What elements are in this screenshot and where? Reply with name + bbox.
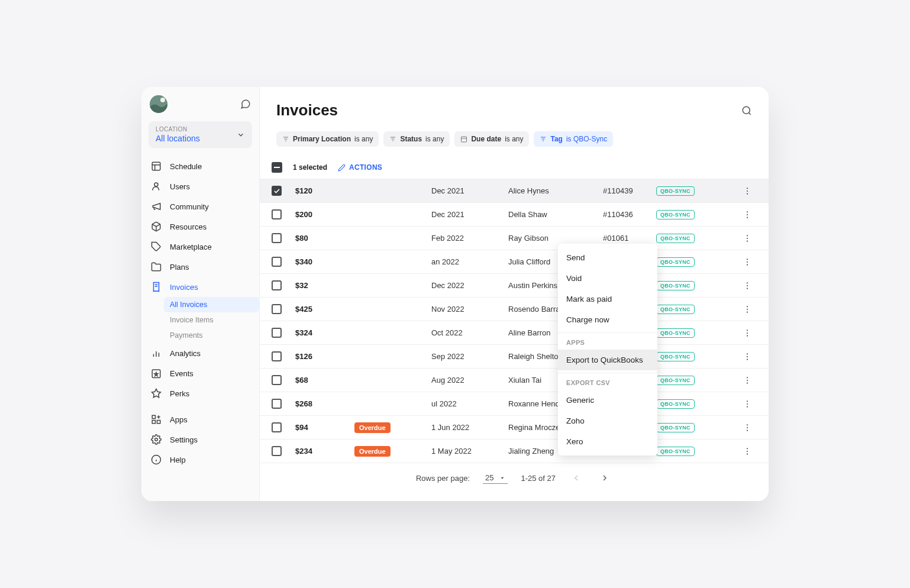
mass-checkbox[interactable]: [272, 162, 282, 173]
row-checkbox[interactable]: [272, 209, 282, 219]
nav-label: Apps: [170, 415, 188, 424]
table-row[interactable]: $80Feb 2022Ray Gibson#01061QBO-SYNC: [260, 227, 769, 250]
cell-tag: QBO-SYNC: [656, 257, 743, 267]
table-row[interactable]: $68Aug 2022Xiulan Tai#01055QBO-SYNC: [260, 369, 769, 392]
nav-analytics[interactable]: Analytics: [141, 343, 259, 363]
location-selector[interactable]: LOCATION All locations: [149, 121, 252, 148]
dd-export-xero[interactable]: Xero: [558, 431, 657, 452]
svg-marker-74: [501, 477, 504, 479]
row-checkbox[interactable]: [272, 446, 282, 456]
table-row[interactable]: $120Dec 2021Alice Hynes#110439QBO-SYNC: [260, 179, 769, 203]
row-menu-button[interactable]: [743, 376, 757, 385]
svg-point-57: [747, 332, 748, 333]
per-page-value: 25: [485, 473, 493, 482]
row-checkbox[interactable]: [272, 422, 282, 432]
filter-location[interactable]: Primary Location is any: [276, 131, 379, 147]
dd-export-zoho[interactable]: Zoho: [558, 411, 657, 431]
nav-label: Events: [170, 369, 193, 378]
row-menu-button[interactable]: [743, 447, 757, 456]
table-row[interactable]: $200Dec 2021Della Shaw#110436QBO-SYNC: [260, 203, 769, 227]
svg-point-61: [747, 358, 748, 360]
nav-label: Settings: [170, 435, 198, 444]
svg-point-64: [747, 382, 748, 383]
nav-settings[interactable]: Settings: [141, 429, 259, 450]
table-row[interactable]: $425Nov 2022Rosendo Barraza#01058QBO-SYN…: [260, 298, 769, 321]
info-icon: [151, 454, 162, 465]
svg-point-1: [160, 98, 165, 102]
row-checkbox[interactable]: [272, 399, 282, 409]
row-menu-button[interactable]: [743, 186, 757, 196]
filter-status[interactable]: Status is any: [383, 131, 450, 147]
table-row[interactable]: $340an 2022Julia Clifford#01060QBO-SYNC: [260, 250, 769, 274]
row-checkbox[interactable]: [272, 280, 282, 290]
svg-point-21: [155, 438, 158, 441]
pager-next[interactable]: [597, 470, 612, 486]
nav-users[interactable]: Users: [141, 176, 259, 196]
nav-invoices[interactable]: Invoices: [141, 277, 259, 297]
nav-apps[interactable]: Apps: [141, 409, 259, 429]
table-row[interactable]: $324Oct 2022Aline Barron#01057QBO-SYNC: [260, 321, 769, 345]
row-checkbox[interactable]: [272, 304, 282, 314]
row-checkbox[interactable]: [272, 375, 282, 385]
svg-point-43: [747, 217, 748, 218]
chat-icon[interactable]: [240, 99, 251, 109]
nav-schedule[interactable]: Schedule: [141, 156, 259, 176]
row-checkbox[interactable]: [272, 257, 282, 267]
row-menu-button[interactable]: [743, 399, 757, 409]
filter-tag[interactable]: Tag is QBO-Sync: [534, 131, 613, 147]
cell-tag: QBO-SYNC: [656, 351, 743, 361]
row-menu-button[interactable]: [743, 234, 757, 243]
table-row[interactable]: $94Overdue1 Jun 2022Regina Mroczek#01053…: [260, 416, 769, 440]
dd-void[interactable]: Void: [558, 268, 657, 289]
svg-point-52: [747, 287, 748, 289]
svg-point-58: [747, 335, 748, 336]
row-menu-button[interactable]: [743, 281, 757, 290]
cell-date: 1 May 2022: [431, 447, 508, 455]
nav-events[interactable]: Events: [141, 363, 259, 383]
row-menu-button[interactable]: [743, 257, 757, 267]
pager-prev[interactable]: [569, 470, 584, 486]
svg-marker-14: [154, 373, 158, 376]
filter-name: Status: [400, 135, 422, 143]
avatar[interactable]: [150, 95, 167, 113]
nav-community[interactable]: Community: [141, 196, 259, 217]
row-menu-button[interactable]: [743, 352, 757, 361]
dd-mark-paid[interactable]: Mark as paid: [558, 289, 657, 309]
table-row[interactable]: $126Sep 2022Raleigh Shelton#01056QBO-SYN…: [260, 345, 769, 369]
nav-resources[interactable]: Resources: [141, 217, 259, 237]
dd-export-quickbooks[interactable]: Export to QuickBooks: [558, 350, 657, 370]
actions-button[interactable]: ACTIONS: [338, 163, 382, 172]
dd-export-generic[interactable]: Generic: [558, 390, 657, 411]
subnav-payments[interactable]: Payments: [164, 328, 259, 343]
row-checkbox[interactable]: [272, 186, 282, 196]
row-menu-button[interactable]: [743, 210, 757, 219]
svg-point-40: [747, 193, 748, 194]
nav-perks[interactable]: Perks: [141, 383, 259, 403]
row-checkbox[interactable]: [272, 328, 282, 338]
filter-due[interactable]: Due date is any: [454, 131, 529, 147]
svg-point-46: [747, 240, 748, 241]
svg-point-25: [743, 106, 750, 114]
rows-per-page-select[interactable]: 25: [483, 472, 508, 484]
row-checkbox[interactable]: [272, 233, 282, 243]
svg-point-70: [747, 429, 748, 431]
sidebar-top: [141, 95, 259, 121]
row-checkbox[interactable]: [272, 351, 282, 361]
table-row[interactable]: $32Dec 2022Austin Perkins#01059QBO-SYNC: [260, 274, 769, 298]
dd-charge[interactable]: Charge now: [558, 309, 657, 330]
search-icon[interactable]: [741, 105, 752, 116]
subnav-invoice-items[interactable]: Invoice Items: [164, 312, 259, 328]
nav-label: Analytics: [170, 349, 201, 358]
svg-point-48: [747, 261, 748, 262]
row-menu-button[interactable]: [743, 305, 757, 314]
subnav-all-invoices[interactable]: All Invoices: [164, 297, 259, 312]
table-row[interactable]: $234Overdue1 May 2022Jialing Zheng#01052…: [260, 440, 769, 463]
nav-help[interactable]: Help: [141, 450, 259, 470]
nav-marketplace[interactable]: Marketplace: [141, 237, 259, 257]
dd-send[interactable]: Send: [558, 247, 657, 268]
actions-label: ACTIONS: [349, 163, 382, 172]
table-row[interactable]: $268ul 2022Roxanne Hendrix#01054QBO-SYNC: [260, 392, 769, 416]
row-menu-button[interactable]: [743, 328, 757, 338]
nav-plans[interactable]: Plans: [141, 257, 259, 277]
row-menu-button[interactable]: [743, 423, 757, 432]
